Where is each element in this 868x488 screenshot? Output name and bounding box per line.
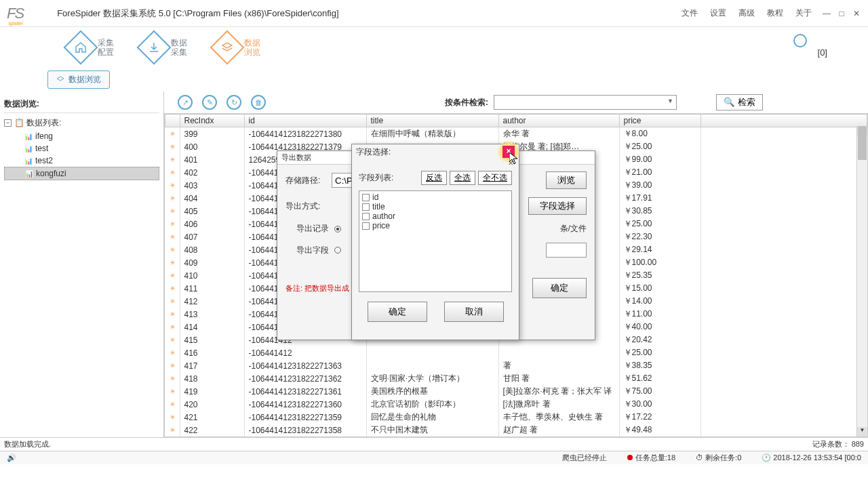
dialog2-cancel-button[interactable]: 取消 <box>444 302 504 322</box>
sun-icon: ☀ <box>165 372 180 385</box>
sun-icon: ☀ <box>165 192 180 205</box>
bar-icon: 📊 <box>24 157 33 165</box>
sun-icon: ☀ <box>165 436 180 437</box>
audio-icon[interactable]: 🔊 <box>7 453 16 462</box>
sun-icon: ☀ <box>165 308 180 321</box>
col-id[interactable]: id <box>244 115 366 127</box>
sun-icon: ☀ <box>165 153 180 166</box>
edit-icon[interactable]: ✎ <box>202 95 217 110</box>
sidebar-item-test2[interactable]: 📊test2 <box>4 155 159 167</box>
export-mode-label: 导出方式: <box>285 201 326 212</box>
dialog2-title: 字段选择: <box>356 146 391 158</box>
field-select-dialog: 字段选择: × ✕ 字段列表: 反选 全选 全不选 idtitleauthorp… <box>351 144 519 340</box>
field-item-author[interactable]: author <box>361 211 510 221</box>
menu-about[interactable]: 关于 <box>795 7 812 19</box>
export-fields-radio[interactable] <box>334 247 341 253</box>
menu-settings[interactable]: 设置 <box>710 7 726 19</box>
select-none-button[interactable]: 全不选 <box>478 171 512 185</box>
checkbox[interactable] <box>362 194 370 201</box>
search-label: 按条件检索: <box>445 97 488 108</box>
dialog2-close-button[interactable]: × <box>502 146 515 158</box>
tree-toggle[interactable]: − <box>4 119 12 127</box>
dialog1-ok-button[interactable]: 确定 <box>532 278 587 298</box>
checkbox[interactable] <box>362 203 370 211</box>
scroll-down-icon[interactable]: ▼ <box>857 427 867 436</box>
close-button[interactable]: ✕ <box>852 9 861 18</box>
eye-icon[interactable] <box>793 34 807 47</box>
sun-icon: ☀ <box>165 346 180 359</box>
search-button[interactable]: 🔍 检索 <box>716 94 763 110</box>
checkbox[interactable] <box>362 213 370 220</box>
table-row[interactable]: ☀399-10644141231822271380在细雨中呼喊（精装版）余华 著… <box>165 127 867 141</box>
col-title[interactable]: title <box>366 115 498 127</box>
field-select-button[interactable]: 字段选择 <box>528 197 587 215</box>
app-logo: FS spider <box>7 5 23 22</box>
field-item-price[interactable]: price <box>361 221 510 230</box>
col-author[interactable]: author <box>498 115 619 127</box>
sidebar-title: 数据浏览: <box>4 96 159 113</box>
col-price[interactable]: price <box>619 115 701 127</box>
sidebar-item-test[interactable]: 📊test <box>4 142 159 155</box>
table-row[interactable]: ☀418-10644141231822271362文明·国家·大学（增订本）甘阳… <box>165 372 867 385</box>
sun-icon: ☀ <box>165 205 180 218</box>
table-row[interactable]: ☀422-10644141231822271358不只中国木建筑赵广超 著￥49… <box>165 424 867 436</box>
home-icon <box>75 41 87 54</box>
app-title: ForeSpider 数据采集系统 5.0 [C:\Program Files … <box>57 7 338 20</box>
checkbox[interactable] <box>362 222 370 230</box>
bar-icon: 📊 <box>25 170 33 178</box>
minimize-button[interactable]: — <box>822 9 831 18</box>
export-note: 备注: 把数据导出成 <box>285 283 349 293</box>
sun-icon: ☀ <box>165 256 180 269</box>
table-row[interactable]: ☀420-10644141231822271360北京官话初阶（影印本）[法]微… <box>165 398 867 411</box>
data-collect-button[interactable]: 数据 采集 <box>141 35 187 60</box>
delete-icon[interactable]: 🗑 <box>251 95 266 110</box>
col-recindx[interactable]: RecIndx <box>180 115 244 127</box>
scroll-thumb[interactable] <box>858 126 867 160</box>
bar-icon: 📊 <box>24 145 33 152</box>
layers-icon <box>56 76 64 84</box>
counter: [0] <box>818 47 827 58</box>
menu-advanced[interactable]: 高级 <box>738 7 755 19</box>
search-combo[interactable] <box>494 95 677 110</box>
browse-button[interactable]: 浏览 <box>546 171 587 189</box>
sun-icon: ☀ <box>165 166 180 179</box>
menu-tutorial[interactable]: 教程 <box>767 7 783 19</box>
menu-file[interactable]: 文件 <box>682 7 698 19</box>
export-records-radio[interactable] <box>334 226 341 232</box>
table-row[interactable]: ☀416-106441412￥25.00 <box>165 346 867 359</box>
layers-icon <box>221 41 233 54</box>
sun-icon: ☀ <box>165 295 180 308</box>
sidebar-item-ifeng[interactable]: 📊ifeng <box>4 130 159 142</box>
store-path-label: 存储路径: <box>285 175 326 186</box>
collect-config-button[interactable]: 采集 配置 <box>68 35 114 60</box>
vertical-scrollbar[interactable]: ▲ ▼ <box>856 126 867 436</box>
task-total: 任务总量:18 <box>627 453 675 463</box>
main-menu: 文件 设置 高级 教程 关于 <box>682 7 812 19</box>
task-remain: ⏱ 剩余任务:0 <box>696 453 741 463</box>
tree-root-label[interactable]: 📋 数据列表: <box>14 117 62 129</box>
table-row[interactable]: ☀419-10644141231822271361美国秩序的根基[美]拉塞尔·柯… <box>165 385 867 398</box>
sun-icon: ☀ <box>165 282 180 295</box>
sidebar-item-kongfuzi[interactable]: 📊kongfuzi <box>4 167 159 180</box>
invert-button[interactable]: 反选 <box>421 171 447 185</box>
status-text: 数据加载完成. <box>4 439 51 449</box>
per-file-label: 条/文件 <box>560 223 587 235</box>
table-row[interactable]: ☀417-10644141231822271363著￥38.35 <box>165 359 867 372</box>
table-row[interactable]: ☀421-10644141231822271359回忆是生命的礼物丰子恺、季羡林… <box>165 411 867 424</box>
export-icon[interactable]: ↗ <box>178 95 193 110</box>
download-icon <box>148 41 160 54</box>
field-item-id[interactable]: id <box>361 192 510 202</box>
table-row[interactable]: ☀423-10644141231822271357康德《判断力批判》释义邓晓芒 … <box>165 436 867 437</box>
select-all-button[interactable]: 全选 <box>450 171 475 185</box>
field-list-label: 字段列表: <box>359 172 393 184</box>
tab-data-browse[interactable]: 数据浏览 <box>47 70 110 89</box>
record-count: 记录条数： 889 <box>812 439 864 449</box>
sun-icon: ☀ <box>165 424 180 436</box>
maximize-button[interactable]: □ <box>837 9 846 18</box>
refresh-icon[interactable]: ↻ <box>226 95 241 110</box>
dialog2-ok-button[interactable]: 确定 <box>368 302 427 322</box>
bar-icon: 📊 <box>24 133 33 140</box>
field-item-title[interactable]: title <box>361 202 510 211</box>
data-browse-button[interactable]: 数据 浏览 <box>214 35 260 60</box>
dropdown-input[interactable] <box>546 243 587 258</box>
